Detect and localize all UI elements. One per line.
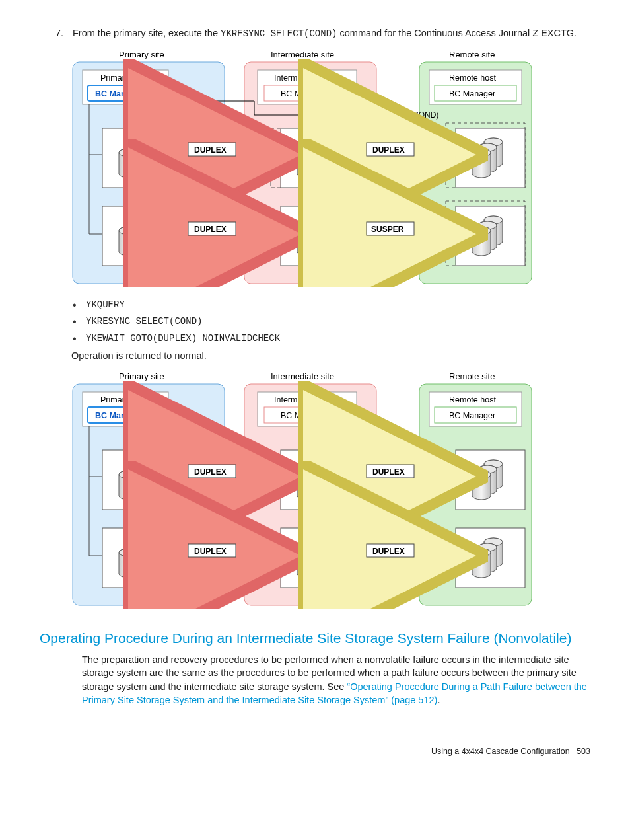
d2-intermediate-host: Intermediate host (274, 395, 338, 404)
diagram1-bcm1: BC Manager (95, 89, 143, 98)
diagram-1: Primary site Intermediate site Remote si… (66, 49, 590, 287)
section-heading: Operating Procedure During an Intermedia… (40, 629, 590, 648)
d2-bcm1: BC Manager (95, 411, 143, 420)
diagram1-primary-site: Primary site (119, 50, 164, 59)
diagram1-bcm3: BC Manager (449, 89, 495, 98)
step-text-b: command for the Continuous Access Journa… (337, 28, 577, 38)
section-body: The preparation and recovery procedures … (82, 653, 590, 706)
d2-bcm3: BC Manager (449, 411, 495, 420)
d2-intermediate-site: Intermediate site (271, 371, 334, 381)
d2-bcm2: BC Manager (281, 411, 327, 420)
d2-dup4: DUPLEX (372, 547, 405, 556)
step-text-a: From the primary site, execute the (73, 28, 221, 38)
diagram-2: Primary site Intermediate site Remote si… (66, 371, 590, 609)
d2-dup1: DUPLEX (194, 467, 227, 477)
step-cmd: YKRESYNC SELECT(COND) (221, 28, 337, 39)
d2-remote-host: Remote host (449, 395, 496, 404)
d2-remote-site: Remote site (449, 371, 495, 381)
d1-dup1: DUPLEX (194, 145, 227, 155)
cmd-ykresync: YKRESYNC SELECT(COND) (71, 315, 590, 328)
step-number: 7. (40, 26, 73, 41)
d2-dup3: DUPLEX (372, 467, 405, 477)
diagram1-remote-host: Remote host (449, 73, 496, 83)
step-7: 7. From the primary site, execute the YK… (40, 26, 590, 41)
diagram1-remote-site: Remote site (449, 50, 495, 59)
diagram1-intermediate-host: Intermediate host (274, 73, 338, 83)
diagram1-bcm2: BC Manager (281, 89, 327, 98)
body-text-b: . (437, 695, 440, 705)
d2-dup2: DUPLEX (194, 547, 227, 556)
d2-primary-site: Primary site (119, 371, 164, 381)
d1-dup2: DUPLEX (194, 225, 227, 234)
command-list: YKQUERY YKRESYNC SELECT(COND) YKEWAIT GO… (71, 299, 590, 346)
page-footer: Using a 4x4x4 Cascade Configuration 503 (40, 746, 590, 758)
cmd-ykewait: YKEWAIT GOTO(DUPLEX) NOINVALIDCHECK (71, 332, 590, 346)
step-body: From the primary site, execute the YKRES… (73, 26, 590, 41)
d1-susper: SUSPER (371, 225, 404, 234)
cmd-ykquery: YKQUERY (71, 299, 590, 312)
diagram1-ykresync: YKRESYNC SELECT(COND) (333, 110, 438, 120)
d1-dup3: DUPLEX (372, 145, 405, 155)
para-normal: Operation is returned to normal. (71, 349, 590, 362)
diagram1-intermediate-site: Intermediate site (271, 50, 334, 59)
diagram1-primary-host: Primary host (100, 73, 147, 83)
d2-primary-host: Primary host (100, 395, 147, 404)
